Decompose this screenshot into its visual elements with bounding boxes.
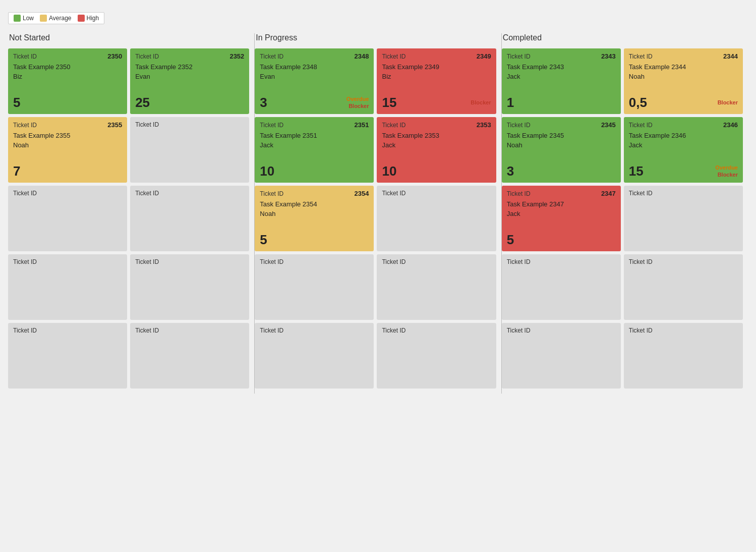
ticket-id-label: Ticket ID [629, 53, 653, 60]
swimlane-in-progress: In Progress Ticket ID 2348 Task Example … [255, 33, 501, 394]
card-title: Task Example 2343 [507, 63, 616, 71]
legend-label: Low [23, 15, 34, 22]
card-points: 3 [260, 96, 267, 109]
ticket-card[interactable]: Ticket ID 2346 Task Example 2346 Jack 15… [624, 117, 743, 183]
swimlane-not-started: Not Started Ticket ID 2350 Task Example … [8, 33, 255, 394]
card-header: Ticket ID 2355 [13, 121, 122, 129]
card-tags: Overdue Blocker [346, 96, 369, 109]
ticket-card: Ticket ID [377, 254, 496, 320]
ticket-card[interactable]: Ticket ID 2345 Task Example 2345 Noah 3 [502, 117, 621, 183]
ticket-card[interactable]: Ticket ID 2347 Task Example 2347 Jack 5 [502, 186, 621, 251]
legend-color-box [40, 15, 47, 22]
card-header: Ticket ID 2343 [507, 52, 616, 60]
card-header: Ticket ID [135, 121, 244, 128]
card-points: 5 [260, 233, 267, 246]
ticket-id-label: Ticket ID [507, 327, 531, 334]
card-assignee: Noah [260, 210, 369, 217]
card-footer: 5 [13, 96, 122, 109]
ticket-id-label: Ticket ID [135, 121, 159, 128]
ticket-id-value: 2346 [723, 121, 738, 129]
card-header: Ticket ID [629, 190, 738, 197]
card-assignee: Noah [13, 141, 122, 149]
card-footer: 25 [135, 96, 244, 109]
ticket-card: Ticket ID [130, 117, 249, 183]
ticket-id-label: Ticket ID [507, 122, 531, 129]
card-header: Ticket ID [135, 258, 244, 265]
swimlane-title: In Progress [255, 33, 496, 42]
ticket-id-label: Ticket ID [135, 258, 159, 265]
ticket-card[interactable]: Ticket ID 2344 Task Example 2344 Noah 0,… [624, 48, 743, 114]
ticket-id-label: Ticket ID [260, 327, 283, 334]
cards-grid: Ticket ID 2350 Task Example 2350 Biz 5 T… [8, 48, 249, 389]
board: Not Started Ticket ID 2350 Task Example … [8, 33, 748, 394]
card-title: Task Example 2346 [629, 132, 738, 139]
ticket-id-label: Ticket ID [13, 122, 37, 129]
cards-grid: Ticket ID 2348 Task Example 2348 Evan 3 … [255, 48, 496, 389]
card-header: Ticket ID 2352 [135, 52, 244, 60]
legend-item: High [78, 15, 99, 22]
card-points: 15 [629, 164, 644, 178]
card-header: Ticket ID 2353 [382, 121, 491, 129]
ticket-card[interactable]: Ticket ID 2353 Task Example 2353 Jack 10 [377, 117, 496, 183]
card-assignee: Jack [507, 210, 616, 217]
card-assignee: Biz [13, 73, 122, 80]
card-title: Task Example 2352 [135, 63, 244, 71]
ticket-id-label: Ticket ID [629, 190, 653, 197]
ticket-card: Ticket ID [130, 323, 249, 389]
ticket-id-value: 2345 [601, 121, 616, 129]
card-header: Ticket ID [629, 327, 738, 334]
legend: LowAverageHigh [8, 12, 104, 24]
card-header: Ticket ID [135, 327, 244, 334]
ticket-card: Ticket ID [377, 186, 496, 251]
card-header: Ticket ID [260, 327, 369, 334]
card-header: Ticket ID 2348 [260, 52, 369, 60]
card-header: Ticket ID 2350 [13, 52, 122, 60]
card-points: 10 [260, 164, 274, 178]
card-assignee: Jack [629, 141, 738, 149]
ticket-card[interactable]: Ticket ID 2349 Task Example 2349 Biz 15 … [377, 48, 496, 114]
card-header: Ticket ID 2345 [507, 121, 616, 129]
card-points: 1 [507, 96, 514, 109]
card-header: Ticket ID [13, 190, 122, 197]
ticket-card: Ticket ID [8, 186, 127, 251]
ticket-card[interactable]: Ticket ID 2343 Task Example 2343 Jack 1 [502, 48, 621, 114]
ticket-card[interactable]: Ticket ID 2352 Task Example 2352 Evan 25 [130, 48, 249, 114]
card-tags: Blocker [718, 99, 738, 105]
ticket-id-label: Ticket ID [507, 190, 531, 197]
ticket-card[interactable]: Ticket ID 2350 Task Example 2350 Biz 5 [8, 48, 127, 114]
ticket-card[interactable]: Ticket ID 2354 Task Example 2354 Noah 5 [255, 186, 374, 251]
card-title: Task Example 2355 [13, 132, 122, 139]
card-footer: 7 [13, 164, 122, 178]
ticket-card[interactable]: Ticket ID 2351 Task Example 2351 Jack 10 [255, 117, 374, 183]
ticket-card[interactable]: Ticket ID 2348 Task Example 2348 Evan 3 … [255, 48, 374, 114]
ticket-id-label: Ticket ID [507, 53, 531, 60]
card-points: 5 [13, 96, 20, 109]
card-footer: 1 [507, 96, 616, 109]
card-title: Task Example 2348 [260, 63, 369, 71]
ticket-card: Ticket ID [624, 254, 743, 320]
legend-color-box [78, 15, 85, 22]
card-header: Ticket ID [135, 190, 244, 197]
card-footer: 10 [382, 164, 491, 178]
card-title: Task Example 2350 [13, 63, 122, 71]
card-header: Ticket ID 2349 [382, 52, 491, 60]
card-header: Ticket ID [507, 258, 616, 265]
ticket-id-label: Ticket ID [260, 190, 283, 197]
ticket-card: Ticket ID [8, 323, 127, 389]
ticket-id-label: Ticket ID [382, 327, 405, 334]
card-footer: 5 [260, 233, 369, 246]
ticket-id-label: Ticket ID [13, 258, 37, 265]
card-points: 10 [382, 164, 396, 178]
ticket-id-label: Ticket ID [260, 258, 283, 265]
overdue-tag: Overdue [715, 164, 738, 171]
ticket-id-value: 2350 [107, 52, 122, 60]
ticket-id-label: Ticket ID [135, 327, 159, 334]
card-header: Ticket ID 2344 [629, 52, 738, 60]
card-header: Ticket ID [382, 258, 491, 265]
ticket-card[interactable]: Ticket ID 2355 Task Example 2355 Noah 7 [8, 117, 127, 183]
ticket-id-label: Ticket ID [382, 258, 405, 265]
ticket-id-label: Ticket ID [135, 53, 159, 60]
legend-label: Average [49, 15, 71, 22]
ticket-card: Ticket ID [255, 323, 374, 389]
ticket-id-label: Ticket ID [13, 327, 37, 334]
